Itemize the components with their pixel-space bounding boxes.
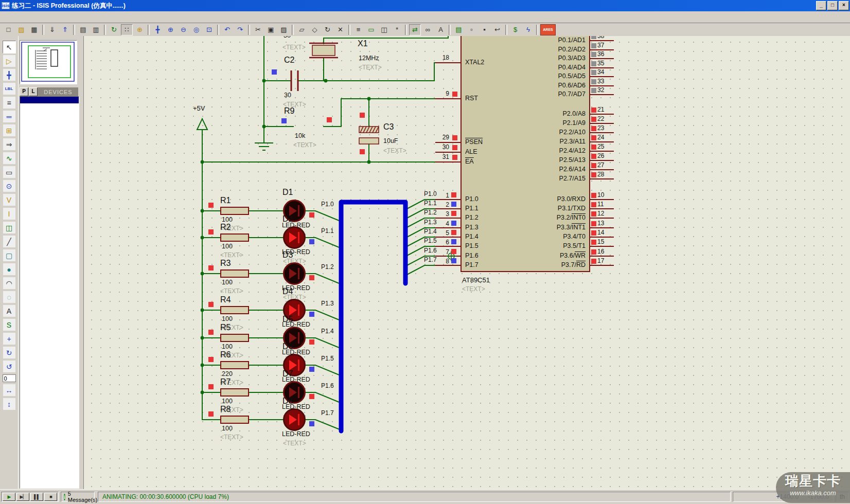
message-indicator[interactable]: i 5 Message(s) xyxy=(61,492,95,502)
tape-recorder-mode[interactable]: ▭ xyxy=(3,166,16,178)
pin-number: 12 xyxy=(597,210,604,217)
device-list-item[interactable] xyxy=(20,129,79,136)
arc-graphic[interactable]: ◠ xyxy=(3,277,16,290)
cut[interactable]: ✂ xyxy=(252,24,264,35)
undo[interactable]: ↶ xyxy=(221,24,233,35)
schematic-canvas[interactable]: 30 <TEXT> C2 30 <TEXT> X1 12MHz <TEXT> R… xyxy=(83,36,850,490)
component-mode[interactable]: ▷ xyxy=(3,55,16,67)
rotate-anticlockwise[interactable]: ↺ xyxy=(3,360,16,373)
block-rotate[interactable]: ↻ xyxy=(322,24,333,35)
wire-autorouter[interactable]: ⇄ xyxy=(409,24,421,35)
menu-item[interactable] xyxy=(105,16,116,18)
rotate-clockwise[interactable]: ↻ xyxy=(3,346,16,359)
false-origin[interactable]: ⊕ xyxy=(134,24,146,35)
menu-item[interactable] xyxy=(116,16,128,18)
marker-graphic[interactable]: + xyxy=(3,332,16,345)
mark-output-area[interactable]: ▥ xyxy=(90,24,102,35)
goto-sheet[interactable]: ↩ xyxy=(491,24,503,35)
menu-item[interactable] xyxy=(14,16,26,18)
device-list-item[interactable] xyxy=(20,103,79,110)
paste[interactable]: ▨ xyxy=(278,24,290,35)
mirror-vertical[interactable]: ↕ xyxy=(3,398,16,410)
step-button[interactable]: ▶▏ xyxy=(16,493,29,501)
menu-item[interactable] xyxy=(60,16,71,18)
menu-item[interactable] xyxy=(82,16,94,18)
close-button[interactable]: × xyxy=(839,1,849,10)
zoom-all[interactable]: ◎ xyxy=(190,24,202,35)
maximize-button[interactable]: □ xyxy=(827,1,838,10)
menu-item[interactable] xyxy=(37,16,48,18)
virtual-instrument-mode[interactable]: ◫ xyxy=(3,221,16,234)
menu-item[interactable] xyxy=(71,16,82,18)
current-probe-mode[interactable]: I xyxy=(3,207,16,220)
block-delete[interactable]: ✕ xyxy=(334,24,346,35)
toggle-grid[interactable]: ∷ xyxy=(121,24,133,35)
block-move[interactable]: ◇ xyxy=(309,24,321,35)
bus-mode[interactable]: ═ xyxy=(3,110,16,123)
toolbar-separator xyxy=(73,25,75,35)
device-list-item[interactable] xyxy=(20,122,79,129)
pin-state-square xyxy=(591,259,596,264)
menu-item[interactable] xyxy=(128,16,139,18)
library-button[interactable]: L xyxy=(29,87,38,96)
symbol-graphic[interactable]: S xyxy=(3,318,16,331)
menu-item[interactable] xyxy=(26,16,37,18)
menu-item[interactable] xyxy=(94,16,105,18)
block-copy[interactable]: ▱ xyxy=(296,24,308,35)
text-graphic[interactable]: A xyxy=(3,304,16,317)
junction-dot-mode[interactable]: ╋ xyxy=(3,68,16,81)
title-bar[interactable]: isis 练习二 - ISIS Professional (仿真中......)… xyxy=(0,0,850,11)
property-assignment[interactable]: A xyxy=(435,24,447,35)
redo[interactable]: ↷ xyxy=(234,24,246,35)
rotation-angle-input[interactable] xyxy=(3,374,16,382)
new-sheet[interactable]: ▫ xyxy=(466,24,477,35)
pan-center[interactable]: ╋ xyxy=(152,24,164,35)
text-script-mode[interactable]: ≡ xyxy=(3,96,16,109)
open-file[interactable]: ▧ xyxy=(15,24,27,35)
overview-minimap[interactable] xyxy=(20,40,77,84)
device-pin-mode[interactable]: ⇒ xyxy=(3,138,16,151)
design-explorer[interactable]: ▤ xyxy=(453,24,465,35)
electrical-rule-check[interactable]: ϟ xyxy=(522,24,534,35)
selection-mode[interactable]: ↖ xyxy=(3,41,16,53)
play-button[interactable]: ▶ xyxy=(3,493,15,501)
remove-sheet[interactable]: ▪ xyxy=(479,24,490,35)
device-list-item[interactable] xyxy=(20,110,79,116)
zoom-in[interactable]: ⊕ xyxy=(165,24,176,35)
bill-of-materials[interactable]: $ xyxy=(509,24,521,35)
stop-button[interactable]: ■ xyxy=(44,493,57,501)
circle-graphic[interactable]: ● xyxy=(3,263,16,276)
mirror-horizontal[interactable]: ↔ xyxy=(3,384,16,397)
new-file[interactable]: □ xyxy=(3,24,14,35)
decompose[interactable]: * xyxy=(391,24,403,35)
pin-label: P3.5/T1 xyxy=(508,242,586,249)
copy[interactable]: ▣ xyxy=(265,24,277,35)
device-list-item[interactable] xyxy=(20,116,79,123)
zoom-area[interactable]: ⊡ xyxy=(203,24,215,35)
netlist-to-ares[interactable]: ARES xyxy=(540,24,556,35)
redraw[interactable]: ↻ xyxy=(108,24,120,35)
box-graphic[interactable]: ▢ xyxy=(3,249,16,262)
pick-devices-button[interactable]: P xyxy=(20,87,28,96)
save-file[interactable]: ▦ xyxy=(28,24,40,35)
device-list-item[interactable] xyxy=(20,97,79,103)
packaging-tool[interactable]: ◫ xyxy=(378,24,390,35)
line-graphic[interactable]: ╱ xyxy=(3,235,16,248)
make-device[interactable]: ▭ xyxy=(365,24,377,35)
print[interactable]: ▤ xyxy=(77,24,89,35)
pause-button[interactable]: ▌▌ xyxy=(30,493,43,501)
minimize-button[interactable]: _ xyxy=(816,1,826,10)
export-section[interactable]: ⇑ xyxy=(59,24,71,35)
search-tag[interactable]: ∞ xyxy=(422,24,434,35)
import-section[interactable]: ⇓ xyxy=(46,24,58,35)
menu-item[interactable] xyxy=(48,16,60,18)
graph-mode[interactable]: ∿ xyxy=(3,152,16,165)
menu-item[interactable] xyxy=(3,16,14,18)
wire-label-mode[interactable]: LBL xyxy=(3,82,16,95)
voltage-probe-mode[interactable]: V xyxy=(3,193,16,206)
subcircuit-mode[interactable]: ⊞ xyxy=(3,124,16,137)
path-graphic[interactable]: ◌ xyxy=(3,291,16,303)
generator-mode[interactable]: ⊙ xyxy=(3,179,16,192)
pick-device[interactable]: ≡ xyxy=(352,24,364,35)
zoom-out[interactable]: ⊖ xyxy=(178,24,189,35)
